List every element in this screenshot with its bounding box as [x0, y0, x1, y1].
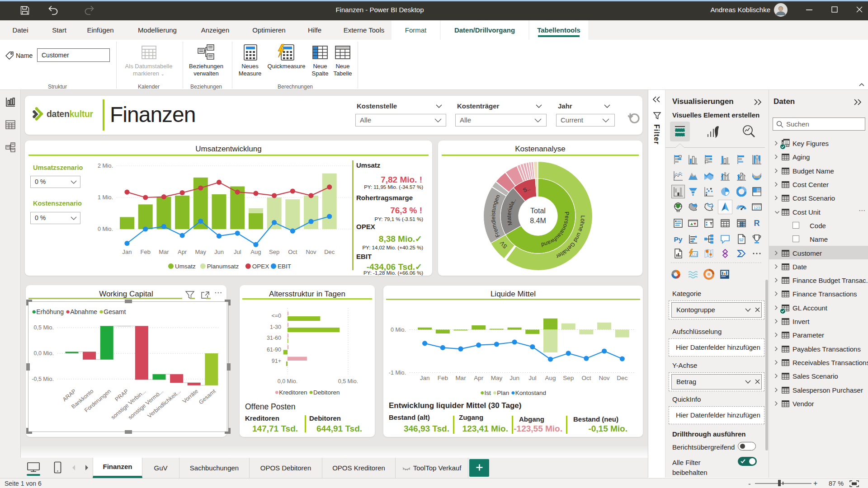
svg-text:Feb: Feb: [438, 375, 448, 381]
svg-text:2 Mio.: 2 Mio.: [98, 163, 113, 169]
svg-text:31-60: 31-60: [267, 335, 281, 341]
svg-text:0,0 Mio.: 0,0 Mio.: [34, 350, 54, 357]
svg-text:Jan: Jan: [420, 375, 430, 381]
svg-text:Sep: Sep: [269, 249, 279, 255]
svg-text:Feb: Feb: [140, 249, 150, 255]
svg-text:OPEX: OPEX: [252, 263, 269, 270]
svg-text:Apr: Apr: [178, 249, 187, 255]
svg-text:Vorräte: Vorräte: [181, 388, 199, 405]
svg-text:Aug: Aug: [250, 249, 261, 255]
svg-text:Oct: Oct: [581, 375, 591, 381]
svg-text:0,0 Mio.: 0,0 Mio.: [278, 378, 297, 385]
svg-text:123: 123: [754, 206, 760, 210]
svg-text:0,5 Mio.: 0,5 Mio.: [34, 324, 54, 331]
svg-text:Dec: Dec: [617, 375, 627, 381]
svg-text:Jun: Jun: [214, 249, 224, 255]
svg-text:0 Mio.: 0 Mio.: [98, 226, 113, 232]
svg-text:Jan: Jan: [123, 249, 132, 255]
svg-text:Dec: Dec: [324, 249, 335, 255]
svg-text:Apr: Apr: [474, 375, 484, 381]
svg-text:R: R: [754, 219, 760, 228]
svg-text:Nov: Nov: [599, 375, 610, 381]
svg-text:-0,5 Mio.: -0,5 Mio.: [32, 376, 54, 382]
svg-text:1 Mio.: 1 Mio.: [98, 194, 113, 201]
svg-text:61-90: 61-90: [267, 347, 281, 353]
svg-text:0 Mio.: 0 Mio.: [391, 327, 406, 333]
svg-text:0,5 Mio.: 0,5 Mio.: [338, 378, 358, 385]
svg-text:Mar: Mar: [159, 249, 169, 255]
svg-text:Oct: Oct: [288, 249, 297, 255]
svg-text:Planumsatz: Planumsatz: [207, 263, 239, 270]
svg-text:<=0: <=0: [271, 313, 281, 319]
svg-text:Umsatz: Umsatz: [175, 263, 196, 270]
svg-text:8.4M: 8.4M: [530, 217, 546, 225]
svg-text:EBIT: EBIT: [278, 263, 291, 270]
svg-text:Aug: Aug: [545, 375, 556, 381]
svg-text:Jun: Jun: [509, 375, 519, 381]
svg-text:PRAP: PRAP: [114, 388, 130, 403]
svg-text:91+: 91+: [272, 358, 281, 364]
svg-text:May: May: [195, 249, 207, 255]
svg-text:Gesamt: Gesamt: [198, 388, 217, 405]
svg-text:Nov: Nov: [306, 249, 316, 255]
svg-text:Jul: Jul: [528, 375, 536, 381]
svg-text:1-30: 1-30: [270, 324, 281, 330]
svg-text:-1 Mio.: -1 Mio.: [389, 370, 406, 376]
svg-text:Total: Total: [530, 207, 546, 215]
svg-text:Mar: Mar: [455, 375, 466, 381]
svg-text:Py: Py: [674, 235, 682, 243]
svg-text:Jul: Jul: [234, 249, 241, 255]
svg-text:ARAP: ARAP: [61, 388, 77, 403]
svg-text:May: May: [491, 375, 503, 381]
svg-text:Sep: Sep: [563, 375, 574, 381]
